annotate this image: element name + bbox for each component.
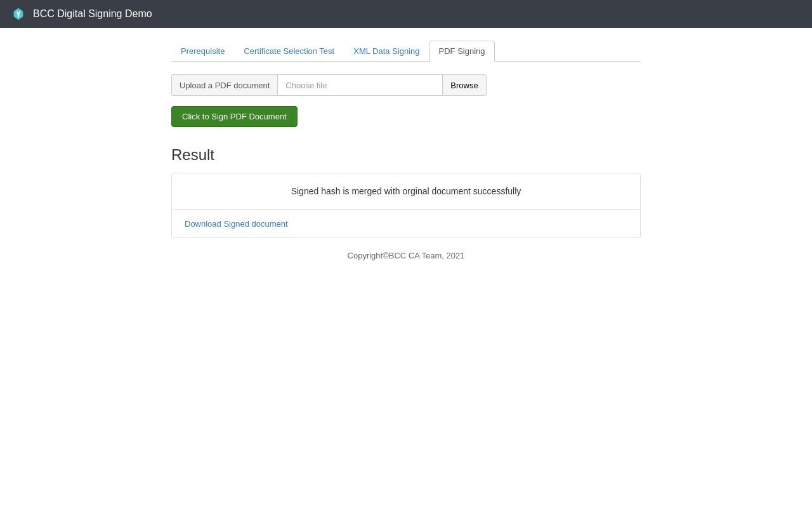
browse-button[interactable]: Browse (442, 74, 486, 96)
svg-marker-0 (14, 8, 23, 20)
tab-pdf-signing[interactable]: PDF Signing (429, 41, 495, 62)
sign-button[interactable]: Click to Sign PDF Document (171, 106, 298, 127)
result-heading: Result (171, 146, 641, 164)
result-section: Result Signed hash is merged with orgina… (171, 146, 641, 238)
upload-row: Upload a PDF document Choose file Browse (171, 74, 641, 96)
navbar: BCC Digital Signing Demo (0, 0, 812, 28)
download-link[interactable]: Download Signed document (185, 219, 288, 229)
app-icon (10, 6, 27, 22)
tab-bar: Prerequisite Certificate Selection Test … (171, 41, 641, 62)
footer: Copyright©BCC CA Team, 2021 (171, 251, 641, 260)
svg-point-1 (18, 17, 19, 18)
tab-cert-selection[interactable]: Certificate Selection Test (234, 41, 344, 62)
result-box: Signed hash is merged with orginal docum… (171, 173, 641, 238)
main-content: Prerequisite Certificate Selection Test … (0, 28, 812, 273)
result-download-area: Download Signed document (172, 210, 640, 237)
tab-xml-signing[interactable]: XML Data Signing (344, 41, 429, 62)
tab-prerequisite[interactable]: Prerequisite (171, 41, 234, 62)
footer-text: Copyright©BCC CA Team, 2021 (348, 251, 465, 260)
result-message: Signed hash is merged with orginal docum… (172, 173, 640, 210)
app-title: BCC Digital Signing Demo (33, 8, 152, 20)
upload-label: Upload a PDF document (171, 74, 277, 96)
file-input-display: Choose file (277, 74, 442, 96)
